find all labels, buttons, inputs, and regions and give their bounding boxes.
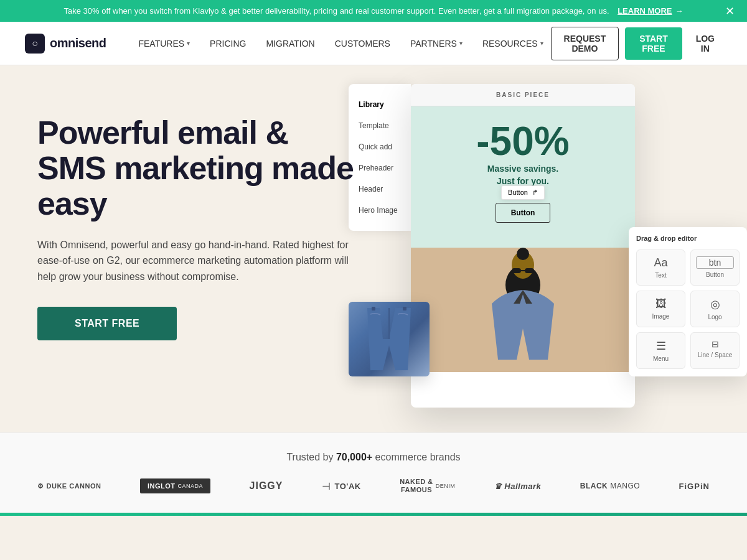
nav-partners[interactable]: PARTNERS ▾ — [403, 34, 470, 54]
bottom-accent-bar — [0, 513, 747, 516]
duke-cannon-icon: ⚙ — [37, 482, 44, 490]
banner-learn-more[interactable]: LEARN MORE — [618, 6, 672, 16]
brand-hallmark: ♛ Hallmark — [494, 482, 541, 491]
trusted-text: Trusted by 70,000+ ecommerce brands — [37, 452, 710, 463]
drag-item-line[interactable]: ⊟ Line / Space — [690, 332, 740, 369]
email-promo-body: -50% Massive savings. Just for you. Butt… — [411, 106, 635, 248]
logo-element-label: Logo — [696, 314, 734, 320]
trusted-section: Trusted by 70,000+ ecommerce brands ⚙ DU… — [0, 432, 747, 513]
brand-blackmango: BLACKmango — [580, 482, 640, 490]
banner-text: Take 30% off when you switch from Klaviy… — [63, 6, 609, 16]
nav-actions: REQUEST DEMO START FREE LOG IN — [551, 27, 722, 60]
drag-item-text[interactable]: Aa Text — [636, 250, 685, 286]
drag-drop-panel: Drag & drop editor Aa Text btn Button 🖼 … — [629, 227, 747, 376]
hallmark-crown-icon: ♛ — [494, 482, 502, 491]
jeans-svg — [358, 305, 420, 373]
svg-rect-3 — [512, 268, 521, 273]
nav-migration[interactable]: MIGRATION — [258, 34, 322, 54]
nav-pricing[interactable]: PRICING — [202, 34, 253, 54]
banner-arrow: → — [675, 6, 684, 16]
nav-links: FEATURES ▾ PRICING MIGRATION CUSTOMERS P… — [131, 34, 550, 54]
drag-drop-grid: Aa Text btn Button 🖼 Image ◎ Logo ☰ M — [636, 250, 740, 369]
email-btn-tooltip: Button ↱ — [501, 185, 545, 200]
brand-inglot: INGLOTCANADA — [140, 478, 210, 493]
email-model-image — [411, 248, 635, 372]
drag-drop-title: Drag & drop editor — [636, 235, 740, 242]
email-brand-header: BASIC PIECE — [411, 84, 635, 106]
hero-subtitle: With Omnisend, powerful and easy go hand… — [37, 237, 361, 285]
image-icon: 🖼 — [642, 297, 680, 310]
line-space-label: Line / Space — [696, 352, 734, 358]
drag-item-logo[interactable]: ◎ Logo — [690, 291, 740, 327]
resources-chevron-icon: ▾ — [540, 40, 543, 47]
hero-start-free-button[interactable]: START FREE — [37, 307, 177, 340]
email-promo-sub1: Massive savings. — [423, 164, 622, 174]
drag-item-menu[interactable]: ☰ Menu — [636, 332, 685, 369]
login-button[interactable]: LOG IN — [688, 27, 722, 60]
line-space-icon: ⊟ — [696, 339, 734, 349]
email-promo-sub2: Just for you. — [423, 176, 622, 186]
brand-jiggy: JIGGY — [250, 480, 283, 492]
logo-link[interactable]: ○ omnisend — [25, 34, 106, 54]
brand-naked-famous: NAKED &FAMOUSDENIM — [400, 478, 455, 494]
button-label: Button — [696, 271, 734, 278]
menu-label: Menu — [642, 355, 680, 362]
svg-rect-7 — [372, 307, 375, 310]
request-demo-button[interactable]: REQUEST DEMO — [551, 27, 619, 60]
start-free-nav-button[interactable]: START FREE — [625, 27, 682, 60]
email-preview-card: BASIC PIECE -50% Massive savings. Just f… — [411, 84, 635, 408]
image-label: Image — [642, 313, 680, 320]
menu-icon: ☰ — [642, 339, 680, 353]
banner-close-button[interactable]: ✕ — [725, 4, 735, 18]
drag-item-button[interactable]: btn Button — [690, 250, 740, 286]
brand-logos-row: ⚙ DUKE CANNON INGLOTCANADA JIGGY ⊣ TO'AK… — [37, 478, 710, 494]
text-label: Text — [642, 272, 680, 279]
nav-resources[interactable]: RESOURCES ▾ — [475, 34, 551, 54]
nav-features[interactable]: FEATURES ▾ — [131, 34, 197, 54]
svg-point-2 — [517, 248, 529, 260]
logo-icon: ○ — [25, 34, 45, 54]
logo-text: omnisend — [50, 36, 106, 50]
hero-text-block: Powerful email & SMS marketing made easy… — [37, 103, 361, 340]
brand-toak: ⊣ TO'AK — [322, 480, 361, 492]
features-chevron-icon: ▾ — [187, 40, 190, 47]
svg-rect-4 — [525, 268, 534, 273]
brand-figpin: FiGPiN — [679, 482, 710, 491]
partners-chevron-icon: ▾ — [459, 40, 463, 47]
model-svg — [473, 248, 573, 372]
brand-duke-cannon: ⚙ DUKE CANNON — [37, 482, 101, 490]
email-cta-button[interactable]: Button — [496, 203, 551, 223]
cursor-icon: ↱ — [532, 189, 538, 196]
nav-customers[interactable]: CUSTOMERS — [327, 34, 398, 54]
email-promo-percent: -50% — [423, 121, 622, 161]
drag-item-image[interactable]: 🖼 Image — [636, 291, 685, 327]
svg-rect-8 — [403, 307, 406, 310]
promo-banner: Take 30% off when you switch from Klaviy… — [0, 0, 747, 22]
trusted-count: 70,000+ — [336, 452, 372, 462]
button-icon: btn — [696, 256, 734, 269]
logo-element-icon: ◎ — [696, 297, 734, 311]
text-icon: Aa — [642, 256, 680, 269]
main-navbar: ○ omnisend FEATURES ▾ PRICING MIGRATION … — [0, 22, 747, 65]
hero-title: Powerful email & SMS marketing made easy — [37, 115, 361, 222]
hero-section: Powerful email & SMS marketing made easy… — [0, 65, 747, 432]
hero-visual: Library Template Quick add Preheader Hea… — [349, 65, 747, 426]
